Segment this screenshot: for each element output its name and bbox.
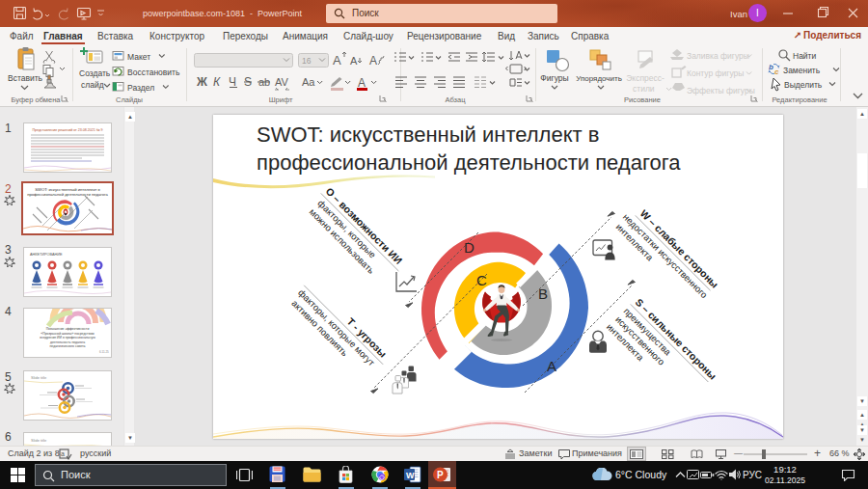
- svg-text:Слайды: Слайды: [116, 95, 143, 104]
- svg-text:Вставить: Вставить: [8, 73, 43, 83]
- svg-text:Повышение эффективности: Повышение эффективности: [46, 327, 90, 331]
- svg-text:деятельность педагога: деятельность педагога: [50, 340, 85, 344]
- svg-text:AV: AV: [275, 76, 289, 88]
- svg-text:Абзац: Абзац: [445, 95, 466, 104]
- svg-text:Рисование: Рисование: [624, 95, 661, 104]
- svg-text:Буфер обмена: Буфер обмена: [12, 95, 62, 104]
- svg-text:педагогического совета: педагогического совета: [50, 344, 86, 348]
- svg-text:АНКЕТИРОВАНИЕ: АНКЕТИРОВАНИЕ: [30, 253, 63, 257]
- svg-text:Шрифт: Шрифт: [269, 95, 293, 104]
- svg-text:Slide title: Slide title: [31, 375, 47, 380]
- svg-text:C: C: [476, 272, 487, 288]
- svg-text:B: B: [538, 285, 548, 302]
- svg-text:Slide title: Slide title: [31, 438, 47, 443]
- svg-text:A: A: [547, 358, 556, 374]
- svg-text:c: c: [774, 68, 779, 76]
- svg-text:Aa: Aa: [302, 76, 315, 88]
- svg-text:слайд: слайд: [81, 80, 104, 90]
- svg-text:О – возможности ИИ: О – возможности ИИ: [324, 185, 405, 266]
- svg-text:A: A: [333, 53, 341, 68]
- svg-text:Восстановить: Восстановить: [127, 68, 180, 77]
- svg-text:16: 16: [302, 56, 312, 66]
- svg-text:W – слабые стороны: W – слабые стороны: [638, 207, 721, 290]
- svg-text:А: А: [369, 54, 377, 68]
- svg-text:К: К: [213, 75, 221, 89]
- svg-text:стили: стили: [633, 84, 655, 94]
- svg-text:Эффекты фигуры: Эффекты фигуры: [687, 86, 755, 95]
- svg-text:недостатки искусственного: недостатки искусственного: [621, 211, 710, 300]
- svg-text:Раздел: Раздел: [127, 83, 154, 93]
- svg-text:Создать: Создать: [79, 68, 111, 78]
- svg-text:А: А: [358, 76, 366, 90]
- svg-text:профессиональной деятельности: профессиональной деятельности педагога: [27, 192, 108, 197]
- svg-text:a: a: [61, 450, 65, 457]
- svg-text:Макет: Макет: [127, 52, 150, 62]
- svg-text:внедрения ИИ в профессиональну: внедрения ИИ в профессиональную: [40, 336, 95, 340]
- svg-text:Контур фигуры: Контур фигуры: [687, 68, 744, 78]
- svg-text:Представление решений от 23.08: Представление решений от 23.08.2021 № 9: [32, 128, 102, 132]
- svg-text:Редактирование: Редактирование: [772, 95, 827, 104]
- svg-text:Заливка фигуры: Заливка фигуры: [687, 51, 749, 61]
- svg-text:A: A: [350, 55, 358, 67]
- svg-text:Упорядочить: Упорядочить: [576, 74, 622, 83]
- svg-text:6.11.25: 6.11.25: [99, 350, 109, 354]
- svg-text:D: D: [464, 239, 475, 256]
- svg-text:Фигуры: Фигуры: [540, 73, 568, 83]
- svg-text:«Прозрачной школы» посредством: «Прозрачной школы» посредством: [41, 332, 95, 336]
- svg-text:Ж: Ж: [196, 75, 207, 89]
- svg-text:Выделить: Выделить: [784, 80, 823, 90]
- svg-text:Найти: Найти: [793, 51, 817, 61]
- svg-text:Заменить: Заменить: [783, 66, 821, 75]
- svg-text:Ч: Ч: [229, 75, 236, 89]
- svg-text:Экспресс-: Экспресс-: [626, 73, 665, 83]
